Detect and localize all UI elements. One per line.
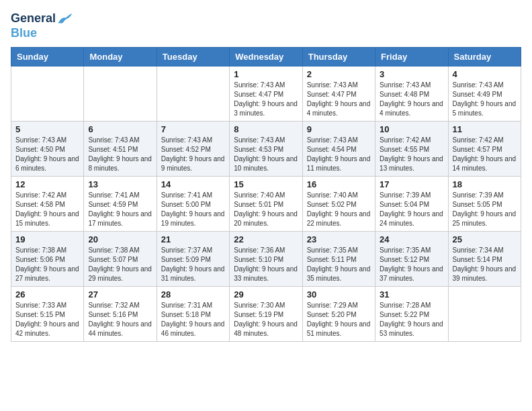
day-number: 25 [453, 234, 517, 244]
logo-text: General Blue [11, 11, 73, 40]
day-info: Sunrise: 7:31 AM Sunset: 5:18 PM Dayligh… [161, 301, 225, 338]
calendar-cell: 2Sunrise: 7:43 AM Sunset: 4:47 PM Daylig… [302, 66, 375, 121]
calendar-cell: 1Sunrise: 7:43 AM Sunset: 4:47 PM Daylig… [230, 66, 302, 121]
day-number: 30 [307, 289, 371, 300]
day-info: Sunrise: 7:34 AM Sunset: 5:14 PM Dayligh… [453, 246, 517, 283]
calendar-body: 1Sunrise: 7:43 AM Sunset: 4:47 PM Daylig… [11, 66, 521, 341]
day-number: 6 [88, 124, 152, 134]
day-info: Sunrise: 7:35 AM Sunset: 5:11 PM Dayligh… [307, 246, 371, 283]
day-number: 28 [161, 289, 225, 300]
day-info: Sunrise: 7:43 AM Sunset: 4:51 PM Dayligh… [88, 136, 152, 173]
day-info: Sunrise: 7:43 AM Sunset: 4:53 PM Dayligh… [234, 136, 298, 173]
calendar-cell: 6Sunrise: 7:43 AM Sunset: 4:51 PM Daylig… [84, 121, 157, 176]
day-of-week-header: Thursday [302, 47, 375, 66]
day-info: Sunrise: 7:43 AM Sunset: 4:48 PM Dayligh… [380, 81, 443, 118]
day-number: 27 [88, 289, 152, 300]
calendar-week-row: 12Sunrise: 7:42 AM Sunset: 4:58 PM Dayli… [11, 176, 521, 231]
day-number: 9 [307, 124, 371, 134]
calendar-table: SundayMondayTuesdayWednesdayThursdayFrid… [11, 47, 521, 342]
day-number: 20 [88, 234, 152, 244]
day-number: 11 [453, 124, 517, 134]
calendar-cell: 4Sunrise: 7:43 AM Sunset: 4:49 PM Daylig… [448, 66, 521, 121]
calendar-week-row: 1Sunrise: 7:43 AM Sunset: 4:47 PM Daylig… [11, 66, 521, 121]
day-number: 26 [15, 289, 79, 300]
calendar-cell [448, 286, 521, 341]
calendar-cell: 5Sunrise: 7:43 AM Sunset: 4:50 PM Daylig… [11, 121, 84, 176]
day-info: Sunrise: 7:40 AM Sunset: 5:01 PM Dayligh… [234, 191, 298, 228]
day-number: 15 [234, 179, 298, 189]
calendar-week-row: 5Sunrise: 7:43 AM Sunset: 4:50 PM Daylig… [11, 121, 521, 176]
day-info: Sunrise: 7:29 AM Sunset: 5:20 PM Dayligh… [307, 301, 371, 338]
calendar-cell: 11Sunrise: 7:42 AM Sunset: 4:57 PM Dayli… [448, 121, 521, 176]
day-info: Sunrise: 7:43 AM Sunset: 4:50 PM Dayligh… [15, 136, 79, 173]
calendar-cell: 20Sunrise: 7:38 AM Sunset: 5:07 PM Dayli… [84, 231, 157, 286]
day-info: Sunrise: 7:43 AM Sunset: 4:47 PM Dayligh… [234, 81, 298, 118]
day-info: Sunrise: 7:38 AM Sunset: 5:07 PM Dayligh… [88, 246, 152, 283]
calendar-cell: 3Sunrise: 7:43 AM Sunset: 4:48 PM Daylig… [375, 66, 448, 121]
calendar-cell: 27Sunrise: 7:32 AM Sunset: 5:16 PM Dayli… [84, 286, 157, 341]
day-info: Sunrise: 7:41 AM Sunset: 4:59 PM Dayligh… [88, 191, 152, 228]
day-info: Sunrise: 7:40 AM Sunset: 5:02 PM Dayligh… [307, 191, 371, 228]
day-info: Sunrise: 7:39 AM Sunset: 5:05 PM Dayligh… [453, 191, 517, 228]
day-info: Sunrise: 7:33 AM Sunset: 5:15 PM Dayligh… [15, 301, 79, 338]
day-info: Sunrise: 7:42 AM Sunset: 4:58 PM Dayligh… [15, 191, 79, 228]
calendar-cell: 28Sunrise: 7:31 AM Sunset: 5:18 PM Dayli… [157, 286, 229, 341]
calendar-cell: 16Sunrise: 7:40 AM Sunset: 5:02 PM Dayli… [302, 176, 375, 231]
calendar-cell: 24Sunrise: 7:35 AM Sunset: 5:12 PM Dayli… [375, 231, 448, 286]
day-number: 12 [15, 179, 79, 189]
calendar-cell: 23Sunrise: 7:35 AM Sunset: 5:11 PM Dayli… [302, 231, 375, 286]
day-info: Sunrise: 7:43 AM Sunset: 4:54 PM Dayligh… [307, 136, 371, 173]
day-number: 17 [380, 179, 443, 189]
day-number: 3 [380, 69, 443, 79]
calendar-cell: 26Sunrise: 7:33 AM Sunset: 5:15 PM Dayli… [11, 286, 84, 341]
day-of-week-header: Sunday [11, 47, 84, 66]
calendar-cell: 21Sunrise: 7:37 AM Sunset: 5:09 PM Dayli… [157, 231, 229, 286]
day-info: Sunrise: 7:41 AM Sunset: 5:00 PM Dayligh… [161, 191, 225, 228]
day-info: Sunrise: 7:43 AM Sunset: 4:49 PM Dayligh… [453, 81, 517, 118]
day-of-week-header: Monday [84, 47, 157, 66]
day-info: Sunrise: 7:42 AM Sunset: 4:57 PM Dayligh… [453, 136, 517, 173]
day-number: 2 [307, 69, 371, 79]
day-number: 24 [380, 234, 443, 244]
day-number: 21 [161, 234, 225, 244]
day-info: Sunrise: 7:43 AM Sunset: 4:52 PM Dayligh… [161, 136, 225, 173]
day-number: 23 [307, 234, 371, 244]
logo-bird-icon [57, 11, 73, 27]
calendar-cell [157, 66, 229, 121]
day-info: Sunrise: 7:39 AM Sunset: 5:04 PM Dayligh… [380, 191, 443, 228]
day-info: Sunrise: 7:28 AM Sunset: 5:22 PM Dayligh… [380, 301, 443, 338]
page-header: General Blue [11, 11, 521, 40]
day-info: Sunrise: 7:43 AM Sunset: 4:47 PM Dayligh… [307, 81, 371, 118]
day-info: Sunrise: 7:30 AM Sunset: 5:19 PM Dayligh… [234, 301, 298, 338]
day-of-week-header: Tuesday [157, 47, 229, 66]
day-number: 22 [234, 234, 298, 244]
calendar-cell: 25Sunrise: 7:34 AM Sunset: 5:14 PM Dayli… [448, 231, 521, 286]
day-number: 7 [161, 124, 225, 134]
day-number: 29 [234, 289, 298, 300]
day-number: 18 [453, 179, 517, 189]
calendar-week-row: 19Sunrise: 7:38 AM Sunset: 5:06 PM Dayli… [11, 231, 521, 286]
calendar-cell: 10Sunrise: 7:42 AM Sunset: 4:55 PM Dayli… [375, 121, 448, 176]
calendar-cell: 31Sunrise: 7:28 AM Sunset: 5:22 PM Dayli… [375, 286, 448, 341]
calendar-cell: 13Sunrise: 7:41 AM Sunset: 4:59 PM Dayli… [84, 176, 157, 231]
day-number: 16 [307, 179, 371, 189]
calendar-cell: 17Sunrise: 7:39 AM Sunset: 5:04 PM Dayli… [375, 176, 448, 231]
day-number: 10 [380, 124, 443, 134]
calendar-cell: 7Sunrise: 7:43 AM Sunset: 4:52 PM Daylig… [157, 121, 229, 176]
calendar-cell: 12Sunrise: 7:42 AM Sunset: 4:58 PM Dayli… [11, 176, 84, 231]
calendar-cell: 19Sunrise: 7:38 AM Sunset: 5:06 PM Dayli… [11, 231, 84, 286]
day-info: Sunrise: 7:32 AM Sunset: 5:16 PM Dayligh… [88, 301, 152, 338]
calendar-cell: 29Sunrise: 7:30 AM Sunset: 5:19 PM Dayli… [230, 286, 302, 341]
day-of-week-header: Saturday [448, 47, 521, 66]
day-number: 31 [380, 289, 443, 300]
calendar-cell [84, 66, 157, 121]
day-info: Sunrise: 7:35 AM Sunset: 5:12 PM Dayligh… [380, 246, 443, 283]
day-of-week-header: Wednesday [230, 47, 302, 66]
day-of-week-header: Friday [375, 47, 448, 66]
calendar-cell: 8Sunrise: 7:43 AM Sunset: 4:53 PM Daylig… [230, 121, 302, 176]
day-info: Sunrise: 7:37 AM Sunset: 5:09 PM Dayligh… [161, 246, 225, 283]
day-number: 13 [88, 179, 152, 189]
calendar-cell: 14Sunrise: 7:41 AM Sunset: 5:00 PM Dayli… [157, 176, 229, 231]
day-info: Sunrise: 7:42 AM Sunset: 4:55 PM Dayligh… [380, 136, 443, 173]
day-number: 1 [234, 69, 298, 79]
